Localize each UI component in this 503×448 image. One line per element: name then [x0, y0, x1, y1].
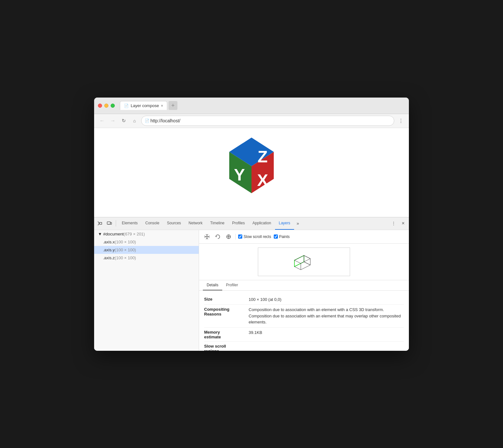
devtools-toolbar: Elements Console Sources Network Timelin… [94, 217, 409, 230]
detail-row-memory: Memory estimate 39.1KB [204, 328, 404, 342]
address-page-icon: 📄 [145, 119, 149, 123]
layer-3d-preview [199, 244, 409, 280]
svg-marker-24 [294, 255, 310, 263]
size-value: 100 × 100 (at 0,0) [249, 296, 281, 303]
rotate-tool-button[interactable] [214, 233, 222, 241]
more-tabs-button[interactable]: » [294, 217, 302, 230]
devtools-settings-button[interactable]: ⋮ [389, 219, 398, 228]
svg-line-26 [294, 267, 301, 270]
layer-document-arrow: ▼ [98, 232, 103, 236]
maximize-traffic-light[interactable] [111, 104, 115, 108]
browser-window: 📄 Layer compose × + ← → ↻ ⌂ 📄 http://loc… [94, 98, 409, 351]
forward-button[interactable]: → [109, 117, 117, 125]
address-text: http://localhost/ [150, 118, 180, 123]
paints-label: Paints [279, 234, 290, 239]
minimize-traffic-light[interactable] [104, 104, 108, 108]
slow-scroll-label: Slow scroll rects [244, 234, 271, 239]
tab-close-button[interactable]: × [161, 104, 163, 108]
svg-text:Z: Z [258, 147, 268, 166]
inspect-element-button[interactable] [95, 219, 104, 228]
layer-document-label: #document [103, 232, 123, 236]
svg-line-27 [304, 262, 310, 265]
layers-tree-panel: ▼ #document(679 × 201) .axis.x(100 × 100… [94, 230, 199, 351]
tab-layers[interactable]: Layers [275, 217, 294, 230]
new-tab-button[interactable]: + [169, 101, 177, 110]
home-button[interactable]: ⌂ [130, 117, 139, 125]
slow-scroll-checkbox-label[interactable]: Slow scroll rects [238, 234, 271, 239]
layer-axis-y[interactable]: .axis.y(100 × 100) [94, 246, 199, 254]
layer-axis-z-label: .axis.z [103, 255, 115, 260]
svg-rect-7 [107, 222, 110, 224]
layer-axis-z-size: (100 × 100) [115, 255, 136, 260]
detail-row-slow-scroll: Slow scroll regions [204, 342, 404, 351]
traffic-lights [98, 104, 115, 108]
tab-console[interactable]: Console [141, 217, 163, 230]
layer-tools-bar: Slow scroll rects Paints [199, 230, 409, 244]
svg-line-29 [301, 265, 310, 270]
details-sub-tabs: Details Profiler [199, 280, 409, 291]
browser-menu-button[interactable]: ⋮ [397, 117, 405, 125]
tab-bar: 📄 Layer compose × + [120, 101, 405, 110]
layer-axis-z[interactable]: .axis.z(100 × 100) [94, 254, 199, 262]
tab-profiles[interactable]: Profiles [228, 217, 249, 230]
devtools-right-buttons: ⋮ × [389, 219, 408, 228]
memory-label: Memory estimate [204, 329, 249, 339]
sub-tab-profiler[interactable]: Profiler [222, 280, 242, 290]
layer-axis-y-size: (100 × 100) [115, 248, 136, 252]
preview-box [258, 248, 350, 276]
address-bar: ← → ↻ ⌂ 📄 http://localhost/ ⋮ [94, 114, 409, 128]
detail-row-compositing: Compositing Reasons Composition due to a… [204, 305, 404, 328]
layers-right-panel: Slow scroll rects Paints [199, 230, 409, 351]
compositing-value: Composition due to association with an e… [249, 307, 404, 325]
tool-separator [235, 234, 236, 240]
devtools-close-button[interactable]: × [399, 219, 408, 228]
devtools-tabs: Elements Console Sources Network Timelin… [118, 217, 389, 230]
browser-tab[interactable]: 📄 Layer compose × [120, 101, 167, 110]
paints-checkbox[interactable] [274, 234, 278, 239]
layer-axis-x[interactable]: .axis.x(100 × 100) [94, 238, 199, 246]
compositing-label: Compositing Reasons [204, 307, 249, 316]
svg-text:Y: Y [234, 166, 245, 184]
cube-svg: Y Z X [220, 133, 283, 206]
tab-elements[interactable]: Elements [118, 217, 141, 230]
layer-axis-y-label: .axis.y [103, 248, 115, 252]
details-panel: Size 100 × 100 (at 0,0) Compositing Reas… [199, 291, 409, 351]
tab-timeline[interactable]: Timeline [206, 217, 228, 230]
tab-title: Layer compose [131, 103, 159, 108]
layer-axis-x-label: .axis.x [103, 240, 115, 244]
title-bar: 📄 Layer compose × + [94, 98, 409, 114]
svg-rect-6 [100, 222, 102, 224]
pan-tool-button[interactable] [203, 233, 211, 241]
device-mode-button[interactable] [105, 219, 114, 228]
layer-document[interactable]: ▼ #document(679 × 201) [94, 230, 199, 238]
layer-axis-x-size: (100 × 100) [115, 240, 136, 244]
move-tool-button[interactable] [224, 233, 233, 241]
memory-value: 39.1KB [249, 329, 262, 336]
cube-visualization: Y Z X [220, 133, 283, 206]
back-button[interactable]: ← [98, 117, 106, 125]
slow-scroll-regions-label: Slow scroll regions [204, 343, 249, 351]
address-input[interactable]: 📄 http://localhost/ [141, 116, 394, 126]
size-label: Size [204, 296, 249, 302]
page-content: Y Z X [94, 128, 409, 217]
sub-tab-details[interactable]: Details [203, 280, 222, 290]
svg-rect-8 [110, 222, 112, 224]
detail-row-size: Size 100 × 100 (at 0,0) [204, 295, 404, 305]
paints-checkbox-label[interactable]: Paints [274, 234, 290, 239]
tab-application[interactable]: Application [249, 217, 275, 230]
reload-button[interactable]: ↻ [120, 117, 128, 125]
close-traffic-light[interactable] [98, 104, 102, 108]
tab-page-icon: 📄 [124, 104, 129, 108]
devtools-panel: Elements Console Sources Network Timelin… [94, 217, 409, 351]
layer-document-size: (679 × 201) [124, 232, 145, 236]
slow-scroll-checkbox[interactable] [238, 234, 242, 239]
tab-network[interactable]: Network [185, 217, 206, 230]
tab-sources[interactable]: Sources [163, 217, 185, 230]
preview-cube-svg [288, 251, 320, 273]
svg-text:X: X [257, 171, 268, 189]
toolbar-separator [116, 220, 116, 227]
devtools-body: ▼ #document(679 × 201) .axis.x(100 × 100… [94, 230, 409, 351]
